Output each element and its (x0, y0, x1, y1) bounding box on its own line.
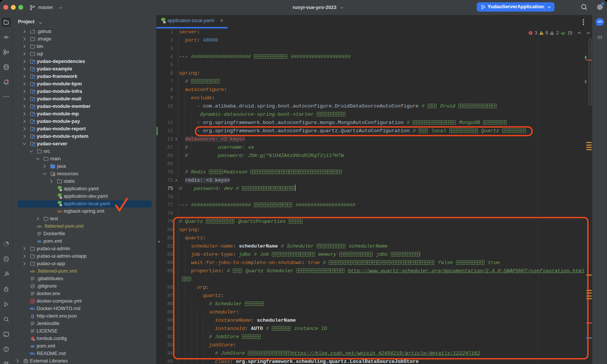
svg-text:m: m (37, 238, 41, 244)
svg-text:</>: </> (57, 209, 62, 213)
svg-text:m: m (31, 343, 34, 349)
svg-text:M: M (30, 306, 33, 310)
svg-text:M: M (30, 351, 33, 355)
svg-text:</>: </> (37, 224, 42, 228)
svg-text:Y: Y (31, 300, 34, 303)
svg-text:</>: </> (30, 269, 35, 273)
svg-text:{}: {} (31, 314, 34, 318)
